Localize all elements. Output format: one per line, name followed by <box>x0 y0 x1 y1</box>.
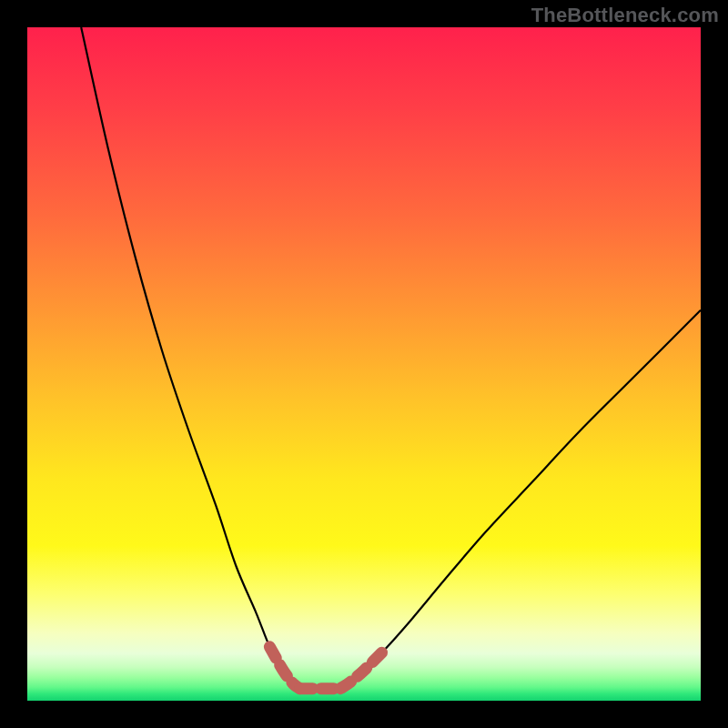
thick-marker-right <box>340 651 384 689</box>
watermark-text: TheBottleneck.com <box>531 4 719 27</box>
plot-area <box>27 27 701 701</box>
curve-left <box>81 27 300 689</box>
curve-right <box>340 310 701 689</box>
chart-frame: TheBottleneck.com <box>0 0 728 728</box>
thick-marker-left <box>269 647 299 689</box>
curve-svg <box>27 27 701 701</box>
